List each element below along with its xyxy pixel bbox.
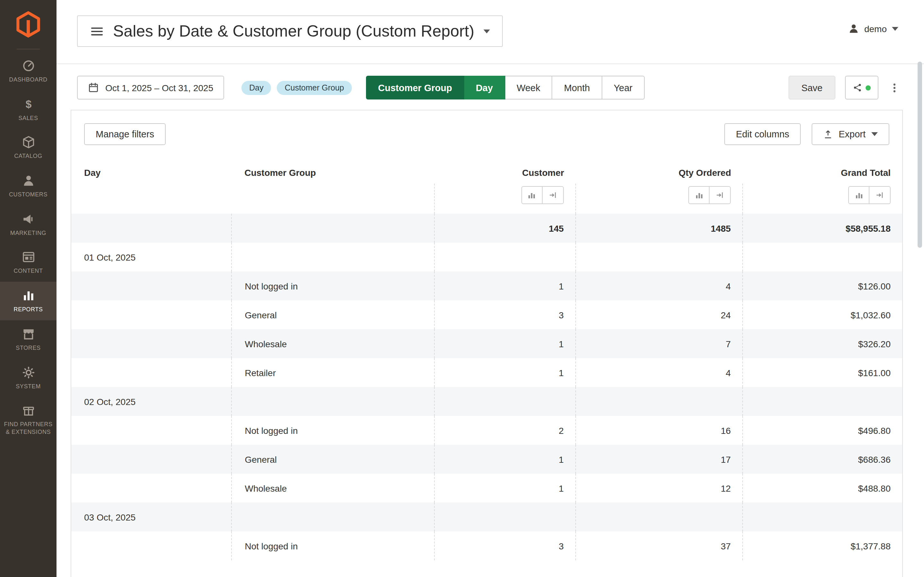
sales-icon: $	[21, 97, 35, 111]
dimension-chip-day[interactable]: Day	[242, 81, 271, 95]
report-row: General324$1,032.60	[71, 300, 902, 329]
date-group-row: 03 Oct, 2025	[71, 503, 902, 532]
user-menu[interactable]: demo	[848, 23, 898, 34]
kebab-menu-button[interactable]	[886, 76, 903, 100]
sidebar-item-customers[interactable]: CUSTOMERS	[0, 167, 56, 205]
column-tools-row	[71, 184, 902, 214]
date-range-button[interactable]: Oct 1, 2025 – Oct 31, 2025	[77, 76, 224, 100]
sidebar-item-label: DASHBOARD	[9, 76, 47, 84]
page-header: Sales by Date & Customer Group (Custom R…	[56, 0, 924, 64]
sidebar-item-label: CUSTOMERS	[9, 191, 47, 199]
user-name: demo	[864, 23, 887, 34]
sidebar-item-label: FIND PARTNERS & EXTENSIONS	[1, 421, 55, 436]
share-icon	[853, 83, 862, 92]
sidebar-item-label: SYSTEM	[16, 383, 41, 390]
share-button[interactable]	[845, 76, 879, 100]
marketing-icon	[21, 213, 35, 226]
hamburger-icon	[90, 24, 104, 38]
sidebar-item-label: STORES	[16, 345, 40, 352]
bar-chart-icon[interactable]	[689, 186, 710, 204]
sidebar-item-stores[interactable]: STORES	[0, 320, 56, 358]
date-group-row: 02 Oct, 2025	[71, 387, 902, 416]
report-row: General117$686.36	[71, 445, 902, 474]
sidebar-divider	[17, 49, 40, 50]
report-row: Retailer14$161.00	[71, 358, 902, 387]
report-row: Wholesale112$488.80	[71, 474, 902, 503]
chevron-down-icon	[871, 132, 878, 136]
report-row: Not logged in14$126.00	[71, 271, 902, 300]
magento-admin-page: DASHBOARD$SALESCATALOGCUSTOMERSMARKETING…	[0, 0, 924, 577]
export-label: Export	[839, 129, 866, 139]
catalog-icon	[21, 136, 35, 149]
report-row: Wholesale17$326.20	[71, 329, 902, 358]
bar-chart-icon[interactable]	[848, 186, 869, 204]
date-range-label: Oct 1, 2025 – Oct 31, 2025	[105, 82, 213, 93]
segment-week[interactable]: Week	[505, 76, 553, 100]
sidebar-item-marketing[interactable]: MARKETING	[0, 205, 56, 243]
report-table: Day Customer Group Customer Qty Ordered …	[71, 160, 902, 560]
customers-icon	[21, 174, 35, 187]
reports-icon	[21, 289, 35, 302]
card-toolbar: Manage filters Edit columns Export	[71, 123, 902, 145]
sidebar-item-sales[interactable]: $SALES	[0, 90, 56, 128]
column-header-grand-total[interactable]: Grand Total	[743, 160, 902, 184]
sidebar-item-catalog[interactable]: CATALOG	[0, 129, 56, 167]
column-header-day[interactable]: Day	[71, 160, 232, 184]
sidebar-item-content[interactable]: CONTENT	[0, 243, 56, 282]
manage-filters-button[interactable]: Manage filters	[84, 123, 166, 145]
user-avatar-icon	[848, 23, 859, 34]
compare-arrow-icon[interactable]	[543, 186, 564, 204]
sidebar-nav: DASHBOARD$SALESCATALOGCUSTOMERSMARKETING…	[0, 52, 56, 443]
edit-columns-button[interactable]: Edit columns	[724, 123, 801, 145]
stores-icon	[21, 327, 35, 341]
sidebar-item-dashboard[interactable]: DASHBOARD	[0, 52, 56, 90]
segment-month[interactable]: Month	[553, 76, 602, 100]
sidebar-item-label: REPORTS	[14, 306, 43, 314]
column-header-customer[interactable]: Customer	[434, 160, 576, 184]
content-icon	[21, 251, 35, 264]
grouping-segments: Customer GroupDayWeekMonthYear	[366, 76, 645, 100]
dimension-chips: DayCustomer Group	[242, 81, 352, 95]
calendar-icon	[88, 82, 99, 93]
dashboard-icon	[21, 59, 35, 73]
scrollbar[interactable]	[918, 61, 922, 248]
column-header-customer-group[interactable]: Customer Group	[232, 160, 434, 184]
svg-text:$: $	[25, 98, 31, 110]
page-title: Sales by Date & Customer Group (Custom R…	[113, 22, 474, 40]
sidebar-item-label: CONTENT	[13, 268, 43, 276]
segment-day[interactable]: Day	[464, 76, 505, 100]
report-title-dropdown[interactable]: Sales by Date & Customer Group (Custom R…	[77, 15, 502, 47]
totals-row: 1451485$58,955.18	[71, 214, 902, 243]
sidebar-item-system[interactable]: SYSTEM	[0, 358, 56, 396]
chevron-down-icon	[483, 29, 490, 33]
segment-customer-group[interactable]: Customer Group	[366, 76, 464, 100]
report-toolbar: Oct 1, 2025 – Oct 31, 2025 DayCustomer G…	[77, 76, 903, 100]
magento-logo[interactable]	[0, 0, 56, 49]
compare-arrow-icon[interactable]	[710, 186, 731, 204]
status-dot	[866, 85, 871, 90]
segment-year[interactable]: Year	[602, 76, 645, 100]
save-button[interactable]: Save	[789, 76, 835, 100]
dimension-chip-customer-group[interactable]: Customer Group	[277, 81, 352, 95]
upload-icon	[823, 129, 833, 139]
compare-arrow-icon[interactable]	[869, 186, 891, 204]
date-group-row: 01 Oct, 2025	[71, 243, 902, 271]
system-icon	[21, 366, 35, 379]
column-header-qty-ordered[interactable]: Qty Ordered	[576, 160, 743, 184]
sidebar-item-label: MARKETING	[10, 230, 46, 237]
admin-sidebar: DASHBOARD$SALESCATALOGCUSTOMERSMARKETING…	[0, 0, 56, 577]
report-row: Not logged in337$1,377.88	[71, 532, 902, 560]
sidebar-item-label: SALES	[18, 114, 38, 122]
chevron-down-icon	[892, 27, 898, 31]
main-content: Sales by Date & Customer Group (Custom R…	[56, 0, 924, 577]
report-row: Not logged in216$496.80	[71, 416, 902, 445]
extensions-icon	[21, 404, 35, 417]
sidebar-item-find-partners-extensions[interactable]: FIND PARTNERS & EXTENSIONS	[0, 396, 56, 443]
bar-chart-icon[interactable]	[521, 186, 543, 204]
table-header-row: Day Customer Group Customer Qty Ordered …	[71, 160, 902, 184]
sidebar-item-label: CATALOG	[14, 153, 42, 160]
sidebar-item-reports[interactable]: REPORTS	[0, 282, 56, 320]
report-card: Manage filters Edit columns Export Day C…	[71, 110, 903, 577]
export-button[interactable]: Export	[812, 123, 889, 145]
